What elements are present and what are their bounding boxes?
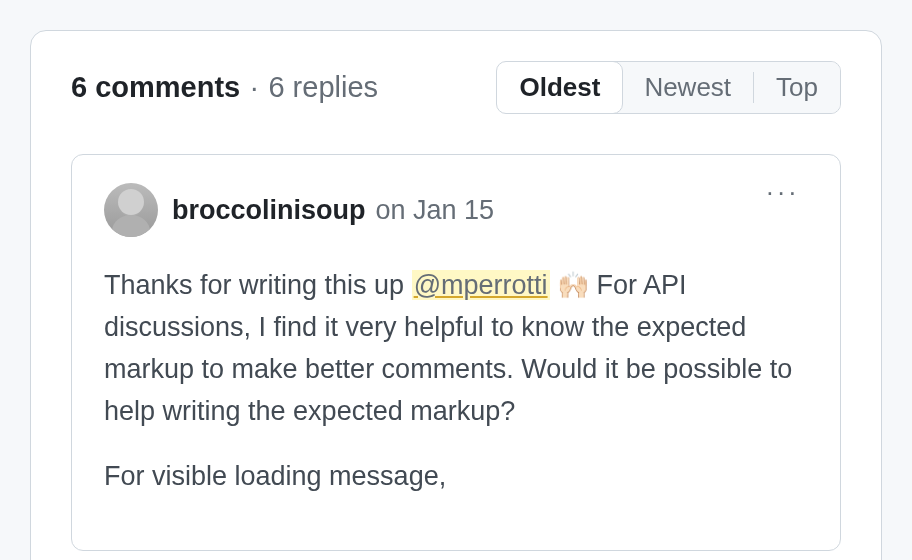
comment-counts: 6 comments · 6 replies — [71, 71, 378, 104]
discussion-header: 6 comments · 6 replies Oldest Newest Top — [71, 61, 841, 114]
comment-header: broccolinisoup on Jan 15 ··· — [104, 183, 808, 237]
sort-tab-top[interactable]: Top — [754, 62, 840, 113]
user-mention[interactable]: @mperrotti — [412, 270, 550, 300]
comments-count: 6 comments — [71, 71, 240, 103]
comment-author[interactable]: broccolinisoup — [172, 195, 366, 226]
comment-body: Thanks for writing this up @mperrotti 🙌🏻… — [104, 265, 808, 498]
discussion-panel: 6 comments · 6 replies Oldest Newest Top… — [30, 30, 882, 560]
replies-count: 6 replies — [268, 71, 378, 103]
more-menu-button[interactable]: ··· — [758, 175, 808, 209]
raised-hands-emoji: 🙌🏻 — [557, 270, 589, 300]
comment-text: Thanks for writing this up — [104, 270, 412, 300]
separator: · — [250, 71, 258, 103]
comment-paragraph-1: Thanks for writing this up @mperrotti 🙌🏻… — [104, 265, 808, 432]
sort-tabs: Oldest Newest Top — [496, 61, 841, 114]
comment-card: broccolinisoup on Jan 15 ··· Thanks for … — [71, 154, 841, 551]
sort-tab-oldest[interactable]: Oldest — [496, 61, 623, 114]
comment-timestamp[interactable]: on Jan 15 — [376, 195, 495, 226]
avatar[interactable] — [104, 183, 158, 237]
comment-paragraph-2: For visible loading message, — [104, 456, 808, 498]
sort-tab-newest[interactable]: Newest — [622, 62, 753, 113]
